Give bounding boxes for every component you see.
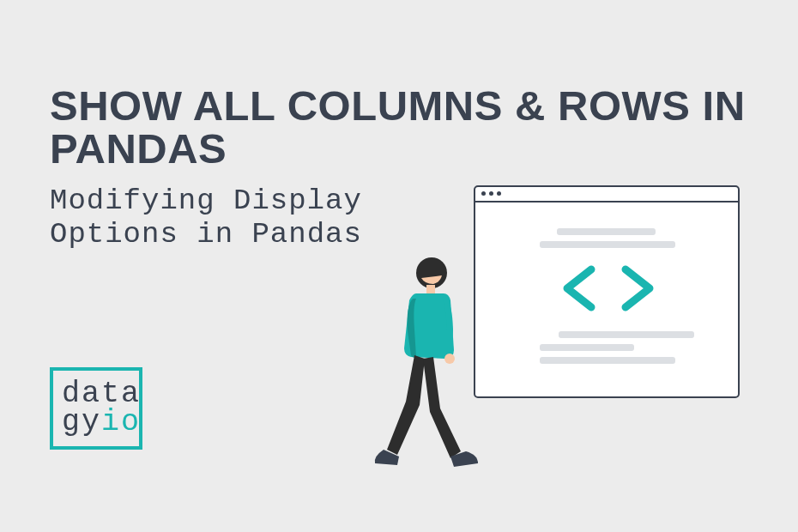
browser-dots-icon xyxy=(481,191,501,196)
main-title: SHOW ALL COLUMNS & ROWS IN PANDAS xyxy=(50,84,798,171)
content-line xyxy=(557,228,656,235)
logo-line1: data xyxy=(62,380,141,408)
svg-point-2 xyxy=(444,354,455,364)
browser-window-illustration xyxy=(474,185,740,398)
content-line xyxy=(559,331,694,338)
logo-line2: gyio xyxy=(62,408,141,437)
svg-rect-1 xyxy=(426,285,435,293)
content-line xyxy=(540,241,675,248)
subtitle: Modifying Display Options in Pandas xyxy=(50,184,362,251)
content-line xyxy=(540,357,675,364)
brand-logo: data gyio xyxy=(50,367,142,450)
browser-bar xyxy=(475,201,738,203)
subtitle-line2: Options in Pandas xyxy=(50,218,362,251)
code-brackets-icon xyxy=(557,263,660,314)
walking-person-illustration xyxy=(372,254,487,475)
subtitle-line1: Modifying Display xyxy=(50,184,362,218)
content-line xyxy=(540,344,634,351)
